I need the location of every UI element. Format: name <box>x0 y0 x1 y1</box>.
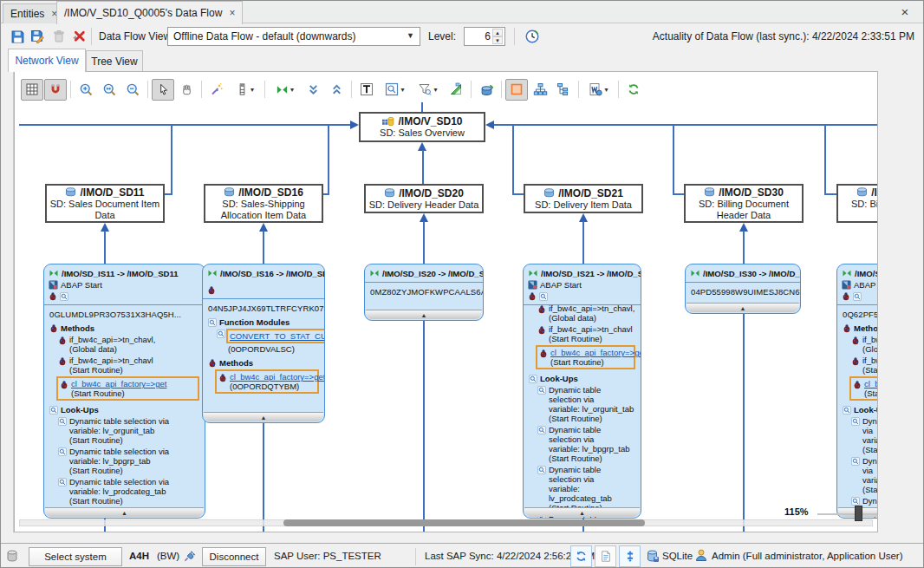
node-title: /IMO/D_SD31 <box>871 186 878 199</box>
transformation-is16[interactable]: /IMO/SD_IS16 -> /IMO/D_SD1604N5JPJ4JX69T… <box>202 264 325 423</box>
auto-layout-button[interactable] <box>205 79 228 101</box>
scroll-pill[interactable]: ▲ <box>204 412 323 421</box>
node-d-sd20[interactable]: /IMO/D_SD20 SD: Delivery Header Data <box>364 184 484 213</box>
node-d-sd16[interactable]: /IMO/D_SD16 SD: Sales-Shipping Allocatio… <box>204 184 323 223</box>
transformation-options-button[interactable]: ▾ <box>269 79 301 101</box>
select-system-button[interactable]: Select system <box>29 547 122 566</box>
transformation-is31-clipped[interactable]: /IMO/SD_IS31 -> /IMO/D_SD31ABAP Start0Q6… <box>836 264 878 519</box>
zoom-in-button[interactable] <box>75 79 97 101</box>
horizontal-scrollbar-thumb[interactable] <box>283 519 645 526</box>
filter-button[interactable]: ▾ <box>412 79 444 101</box>
data-flow-view-select[interactable]: Offline Data Flow - default (downwards) … <box>167 27 420 46</box>
node-d-sd30[interactable]: /IMO/D_SD30 SD: Billing Document Header … <box>684 184 804 223</box>
expand-all-button[interactable] <box>302 79 324 101</box>
code-link[interactable]: cl_bw4c_api_factory=>get <box>71 379 166 388</box>
tx-item: cl_bw4c_api_factory=>get(0OPORDQTYBM) <box>215 369 319 394</box>
code-link[interactable]: cl_bw4c_api_factory=>get <box>230 372 325 382</box>
scroll-pill[interactable]: ▲ <box>45 507 204 517</box>
tx-item-text: Dynamic table selection viavariable: lv_… <box>549 465 635 513</box>
document-log-button[interactable] <box>595 545 616 567</box>
toolbar-separator <box>91 28 92 45</box>
refresh-style-button[interactable] <box>475 79 498 101</box>
node-d-sd21[interactable]: /IMO/D_SD21 SD: Delivery Item Data <box>524 184 643 213</box>
datastore-icon <box>856 187 868 197</box>
spin-down-icon[interactable]: ▼ <box>492 36 503 44</box>
align-settings-button[interactable] <box>619 545 641 567</box>
collapse-all-button[interactable] <box>325 79 348 101</box>
clock-icon[interactable] <box>523 27 542 46</box>
tx-line: variable: lv_prodcateg_tab <box>549 484 635 503</box>
tree-layout-button[interactable] <box>552 79 575 101</box>
export-word-button[interactable]: ▾ <box>582 79 615 101</box>
app-window: Entities × /IMO/V_SD10_Q0005's Data Flow… <box>0 0 924 568</box>
tx-line: (Start Routine) <box>549 334 633 343</box>
level-label: Level: <box>428 30 456 42</box>
org-chart-button[interactable] <box>529 79 551 101</box>
actuality-text: Actuality of Data Flow (last sync.): 4/2… <box>653 30 914 42</box>
tab-dataflow[interactable]: /IMO/V_SD10_Q0005's Data Flow × <box>56 1 243 24</box>
abap-icon <box>842 280 851 290</box>
pan-tool-button[interactable] <box>175 79 198 101</box>
connector-line <box>19 124 352 126</box>
scroll-pill[interactable]: ▲ <box>366 310 482 319</box>
section-title: Look-Ups <box>529 374 635 383</box>
tx-header: /IMO/SD_IS31 -> /IMO/D_SD31ABAP Start <box>837 264 878 304</box>
column-options-button[interactable]: ▾ <box>229 79 261 101</box>
tx-line: (Start Routine) <box>862 445 878 454</box>
network-view-canvas[interactable]: ▾ ▾ ▾ ▾ ▾ <box>14 71 878 532</box>
local-db-icon[interactable] <box>5 549 19 563</box>
highlight-toggle-button[interactable] <box>505 79 528 101</box>
node-d-sd31-clipped[interactable]: /IMO/D_SD31 SD: Billing Document Data <box>836 184 878 223</box>
zoom-fit-icon <box>102 82 117 97</box>
code-link[interactable]: CONVERT_TO_STAT_CURRENCY <box>230 331 325 341</box>
tab-tree-view[interactable]: Tree View <box>86 50 143 71</box>
section-title-label: Look-Ups <box>854 405 878 415</box>
transformation-is11[interactable]: /IMO/SD_IS11 -> /IMO/D_SD11ABAP Start0GL… <box>43 264 205 519</box>
snap-button[interactable] <box>44 79 67 101</box>
text-tool-button[interactable] <box>355 79 378 101</box>
delete-button-disabled[interactable] <box>49 27 68 46</box>
node-d-sd11[interactable]: /IMO/D_SD11 SD: Sales Document Item Data <box>45 184 165 223</box>
tx-line: Dynamic table selection via <box>69 416 169 426</box>
select-tool-button[interactable] <box>152 79 174 101</box>
tx-item-text: cl_bw4c_api_factory=>get(Start Routine) <box>550 348 641 367</box>
tx-subtitle-row: ABAP Start <box>49 280 200 290</box>
tx-subtitle-row: ABAP Start <box>842 280 878 290</box>
tx-item-text: cl_bw4c_api_factory=>get(0OPORDQTYBM) <box>230 372 325 391</box>
level-stepper[interactable]: 6 ▲ ▼ <box>464 27 505 46</box>
zoom-slider-track[interactable] <box>817 513 878 515</box>
scroll-pill[interactable]: ▲ <box>524 507 640 517</box>
zoom-slider-handle[interactable] <box>855 506 862 521</box>
code-link[interactable]: cl_bw4c_api_factory=>get <box>550 348 641 357</box>
spin-up-icon[interactable]: ▲ <box>492 29 503 36</box>
tab-network-view[interactable]: Network View <box>8 49 86 72</box>
close-icon[interactable]: × <box>229 7 235 19</box>
save-as-button[interactable] <box>28 27 47 46</box>
tx-item: if_bw4c_api=>tn_chavl,(Global data) <box>537 304 635 323</box>
scroll-up-icon: ▲ <box>421 310 427 320</box>
transformation-is30[interactable]: /IMO/SD_IS30 -> /IMO/D_SD3004PD55998W9UI… <box>685 264 801 314</box>
tx-line: (0OPORDVALSC) <box>228 344 325 354</box>
transformation-is20[interactable]: /IMO/SD_IS20 -> /IMO/D_SD200MZ80ZYJMOFKW… <box>364 264 484 321</box>
datastore-icon <box>543 188 555 198</box>
tx-item-text: Dynamic table selection viavariable: lv_… <box>862 416 878 454</box>
arrowhead <box>350 121 359 129</box>
tx-item-text: Dynamic table selection viavariable: lv_… <box>549 385 635 423</box>
grid-button[interactable] <box>21 79 43 101</box>
lookup-icon <box>58 417 67 426</box>
zoom-fit-button[interactable] <box>98 79 120 101</box>
zoom-out-button[interactable] <box>121 79 144 101</box>
save-button[interactable] <box>8 27 27 46</box>
code-link[interactable]: cl_bw4c_api_factory=>get <box>864 379 878 388</box>
window-close-icon[interactable]: × <box>895 3 914 20</box>
disconnect-button[interactable]: Disconnect <box>202 547 266 566</box>
sync-refresh-button[interactable] <box>570 545 592 567</box>
measure-button[interactable] <box>445 79 467 101</box>
node-composite-v-sd10[interactable]: /IMO/V_SD10 SD: Sales Overview <box>359 112 485 142</box>
delete-view-button[interactable] <box>68 27 88 46</box>
tx-line: (Start Routine) <box>864 388 878 398</box>
search-button[interactable]: ▾ <box>379 79 411 101</box>
sync-button[interactable] <box>622 79 645 101</box>
transformation-is21[interactable]: /IMO/SD_IS21 -> /IMO/D_SD21ABAP Startif_… <box>523 264 641 519</box>
scroll-pill[interactable]: ▲ <box>686 303 799 312</box>
